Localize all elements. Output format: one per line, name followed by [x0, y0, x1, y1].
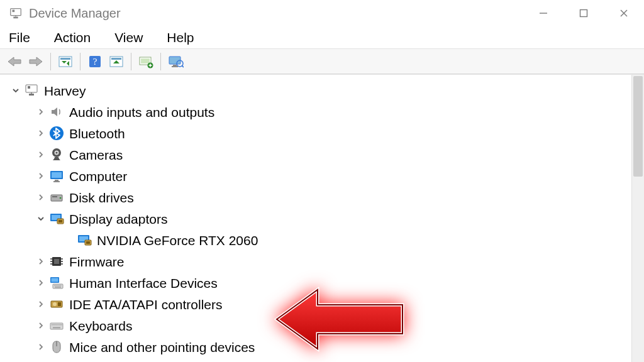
svg-rect-79	[61, 324, 62, 325]
svg-rect-9	[60, 58, 70, 60]
vertical-scrollbar[interactable]	[631, 75, 644, 362]
chevron-down-icon[interactable]	[34, 212, 48, 226]
tree-item-bluetooth[interactable]: Bluetooth	[6, 123, 631, 144]
chevron-right-icon[interactable]	[34, 255, 48, 268]
close-button[interactable]	[604, 0, 644, 26]
tree-item-label: Computer	[69, 170, 127, 183]
menubar: File Action View Help	[0, 26, 644, 49]
svg-rect-28	[28, 86, 30, 89]
monitor-icon	[48, 167, 65, 185]
svg-rect-71	[50, 323, 63, 329]
svg-point-40	[60, 197, 62, 199]
toolbar-forward-button[interactable]	[26, 52, 45, 71]
svg-rect-0	[11, 9, 21, 16]
svg-rect-29	[29, 94, 34, 96]
tree-item-ide[interactable]: IDE ATA/ATAPI controllers	[6, 293, 631, 315]
tree-root-label: Harvey	[44, 84, 86, 97]
svg-rect-61	[54, 285, 55, 286]
menu-help[interactable]: Help	[164, 29, 196, 47]
tree-root[interactable]: Harvey	[6, 80, 631, 101]
tree-item-label: Disk drives	[69, 191, 134, 204]
svg-rect-18	[141, 58, 150, 63]
display-adapter-icon	[48, 210, 65, 228]
toolbar-help-button[interactable]: ?	[86, 52, 104, 71]
chevron-right-icon[interactable]	[34, 190, 48, 204]
tree-item-firmware[interactable]: Firmware	[6, 251, 631, 272]
tree-item-computer[interactable]: Computer	[6, 165, 631, 187]
toolbar-sep-3	[131, 53, 131, 70]
toolbar-add-hardware-button[interactable]	[136, 52, 155, 71]
svg-rect-37	[55, 180, 58, 181]
svg-rect-73	[53, 324, 53, 325]
tree-item-display[interactable]: Display adaptors	[6, 208, 631, 229]
titlebar: Device Manager	[0, 0, 644, 26]
tree-item-label: Mice and other pointing devices	[69, 341, 255, 354]
tree-item-label: NVIDIA GeForce RTX 2060	[97, 234, 258, 247]
svg-rect-49	[86, 241, 90, 244]
chevron-right-icon[interactable]	[34, 169, 48, 183]
svg-point-69	[53, 302, 57, 306]
device-tree[interactable]: Harvey Audio inputs and outputs Bluetoot…	[0, 75, 631, 362]
chevron-right-icon[interactable]	[34, 105, 48, 119]
tree-item-label: Audio inputs and outputs	[69, 106, 214, 119]
toolbar-show-hidden-button[interactable]	[56, 52, 75, 71]
svg-rect-36	[52, 172, 62, 178]
svg-text:?: ?	[93, 57, 97, 67]
scrollbar-thumb[interactable]	[633, 76, 643, 177]
tree-item-label: Display adaptors	[69, 212, 167, 226]
svg-rect-64	[58, 285, 58, 286]
tree-item-hid[interactable]: Human Interface Devices	[6, 272, 631, 293]
chevron-right-icon[interactable]	[34, 297, 48, 311]
svg-rect-38	[53, 181, 60, 182]
svg-rect-66	[60, 285, 61, 286]
tree-spacer	[62, 233, 75, 247]
chevron-right-icon[interactable]	[34, 126, 48, 140]
svg-rect-78	[60, 324, 60, 325]
tree-item-keyboards[interactable]: Keyboards	[6, 315, 631, 336]
menu-action[interactable]: Action	[52, 29, 93, 47]
menu-file[interactable]: File	[6, 29, 33, 47]
device-manager-icon	[9, 6, 23, 20]
svg-line-26	[182, 65, 184, 67]
svg-rect-62	[55, 285, 56, 286]
svg-rect-2	[13, 17, 18, 19]
tree-item-cameras[interactable]: Cameras	[6, 144, 631, 165]
computer-root-icon	[23, 82, 40, 99]
mouse-icon	[48, 338, 65, 356]
svg-rect-63	[57, 285, 57, 286]
tree-item-gpu[interactable]: NVIDIA GeForce RTX 2060	[6, 229, 631, 251]
tree-item-label: Bluetooth	[69, 127, 125, 140]
svg-rect-5	[580, 10, 587, 17]
tree-item-mice[interactable]: Mice and other pointing devices	[6, 336, 631, 358]
tree-item-label: Cameras	[69, 148, 123, 162]
maximize-button[interactable]	[564, 0, 604, 26]
chevron-right-icon[interactable]	[34, 340, 48, 354]
svg-point-34	[55, 151, 57, 153]
tree-item-label: Firmware	[69, 255, 125, 268]
keyboard-icon	[48, 317, 65, 334]
tree-item-label: Human Interface Devices	[69, 277, 218, 290]
chevron-right-icon[interactable]	[34, 148, 48, 162]
toolbar-properties-button[interactable]	[166, 52, 185, 71]
toolbar-back-button[interactable]	[5, 52, 24, 71]
tree-item-disk[interactable]: Disk drives	[6, 187, 631, 208]
menu-view[interactable]: View	[112, 29, 145, 47]
chevron-right-icon[interactable]	[34, 319, 48, 332]
svg-rect-24	[172, 66, 178, 67]
minimize-button[interactable]	[523, 0, 564, 26]
chevron-right-icon[interactable]	[34, 276, 48, 290]
svg-rect-1	[13, 10, 15, 13]
svg-rect-76	[57, 324, 58, 325]
chevron-down-icon[interactable]	[9, 84, 23, 97]
display-adapter-icon	[75, 231, 93, 249]
tree-item-audio[interactable]: Audio inputs and outputs	[6, 101, 631, 123]
storage-controller-icon	[48, 295, 65, 313]
toolbar-scan-button[interactable]	[107, 52, 126, 71]
svg-rect-51	[54, 259, 59, 264]
svg-rect-72	[52, 324, 52, 325]
svg-rect-80	[53, 327, 60, 329]
svg-rect-75	[56, 324, 57, 325]
svg-rect-45	[58, 220, 62, 222]
svg-rect-70	[58, 302, 61, 306]
tree-item-label: Keyboards	[69, 319, 132, 332]
